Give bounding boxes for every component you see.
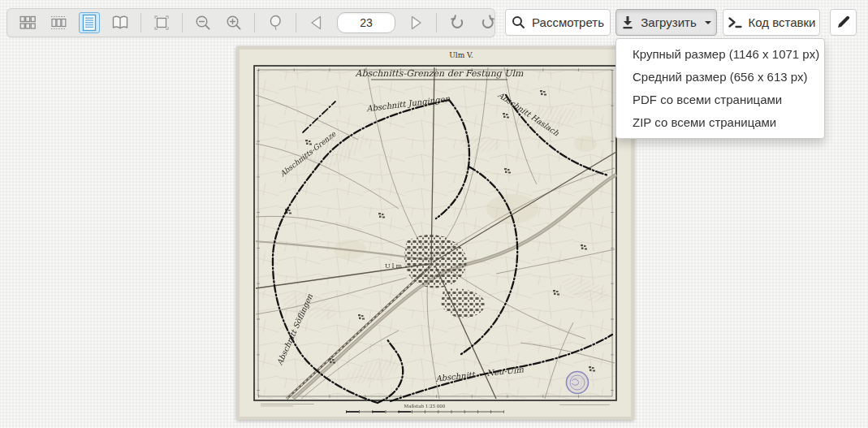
download-button-label: Загрузить <box>641 15 697 29</box>
next-page-icon[interactable] <box>405 12 426 33</box>
download-menu-item-zip[interactable]: ZIP со всеми страницами <box>616 111 824 134</box>
embed-button-label: Код вставки <box>749 15 816 29</box>
library-stamp <box>567 372 589 394</box>
grid-view-icon[interactable] <box>17 12 38 33</box>
filmstrip-view-icon[interactable] <box>48 12 69 33</box>
zoom-in-icon[interactable] <box>223 12 244 33</box>
chevron-down-icon <box>705 21 711 24</box>
viewer-toolbar <box>6 8 495 37</box>
search-icon <box>512 15 525 29</box>
prev-page-icon[interactable] <box>306 12 327 33</box>
map-heading: Abschnitts-Grenzen der Festung Ulm <box>354 68 524 79</box>
terminal-prompt-icon <box>728 15 742 29</box>
map-sheet-title: Ulm V. <box>449 51 473 59</box>
embed-code-button[interactable]: Код вставки <box>723 9 820 36</box>
zoom-out-icon[interactable] <box>192 12 214 33</box>
toolbar-separator <box>254 13 255 32</box>
map-city-label: Ulm <box>385 262 404 270</box>
download-icon <box>621 15 634 29</box>
rotate-ccw-icon[interactable] <box>447 12 468 33</box>
fullscreen-icon[interactable] <box>151 12 172 33</box>
download-menu-item-pdf[interactable]: PDF со всеми страницами <box>616 89 824 111</box>
review-button-label: Рассмотреть <box>532 15 604 29</box>
toolbar-separator <box>296 13 296 32</box>
toolbar-separator <box>182 13 183 32</box>
toolbar-separator <box>436 13 437 32</box>
rotate-cw-icon[interactable] <box>477 12 499 33</box>
single-page-view-icon[interactable] <box>79 12 100 33</box>
book-view-icon[interactable] <box>110 12 131 33</box>
toolbar-separator <box>140 13 141 32</box>
pencil-icon <box>836 15 850 29</box>
edit-button[interactable] <box>830 9 857 36</box>
download-menu: Крупный размер (1146 x 1071 px) Средний … <box>615 38 825 139</box>
download-menu-item-large[interactable]: Крупный размер (1146 x 1071 px) <box>616 43 824 66</box>
download-button[interactable]: Загрузить <box>615 9 717 36</box>
loupe-icon[interactable] <box>265 12 286 33</box>
map-scale-label: Maßstab 1:25 000 <box>404 404 446 409</box>
download-menu-item-medium[interactable]: Средний размер (656 x 613 px) <box>616 66 824 89</box>
review-button[interactable]: Рассмотреть <box>505 9 611 36</box>
page-number-input[interactable] <box>337 12 395 33</box>
map-page-image[interactable]: Ulm V. <box>236 46 634 420</box>
